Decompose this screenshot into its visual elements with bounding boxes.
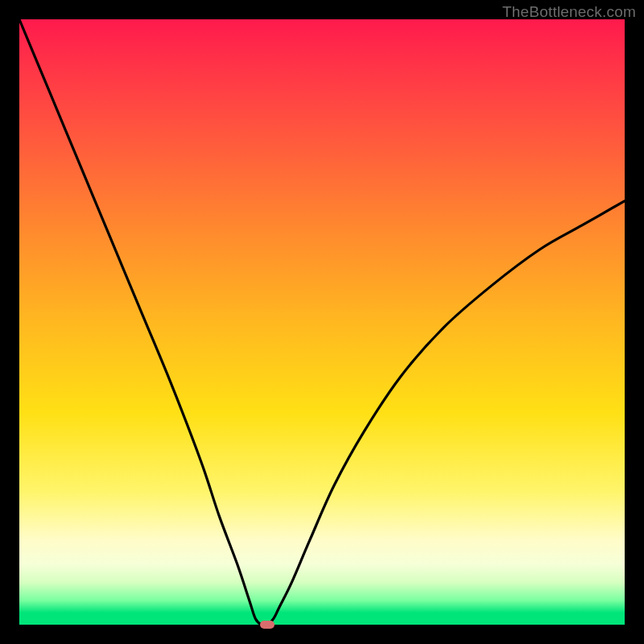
watermark-text: TheBottleneck.com: [502, 3, 636, 21]
bottleneck-curve: [19, 19, 625, 625]
optimal-point-marker: [260, 621, 275, 629]
chart-frame: TheBottleneck.com: [0, 0, 644, 644]
plot-area: [19, 19, 625, 625]
